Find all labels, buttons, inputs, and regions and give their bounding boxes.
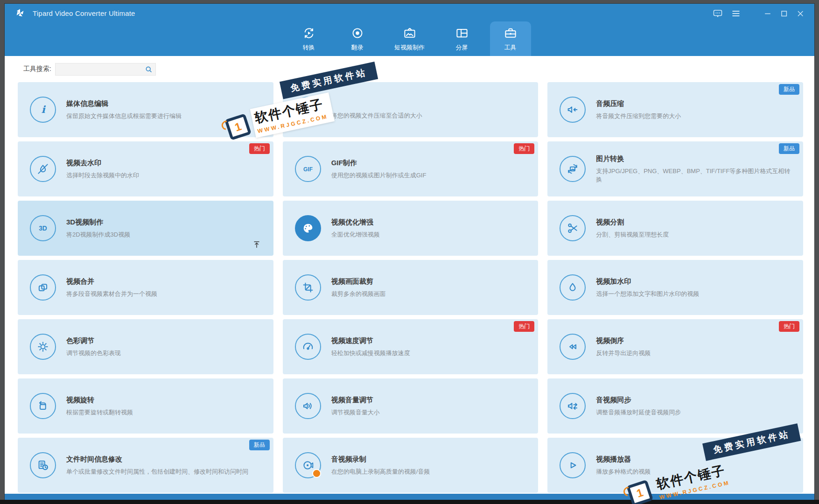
tool-card[interactable]: 色彩调节 调节视频的色彩表现 — [18, 319, 273, 374]
screen-frame-bottom — [0, 500, 819, 504]
card-description: 根据需要旋转或翻转视频 — [66, 408, 133, 417]
tool-card[interactable]: 视频画面裁剪 裁剪多余的视频画面 — [283, 260, 539, 315]
tool-card[interactable]: 音频压缩 将音频文件压缩到您需要的大小 新品 — [547, 82, 803, 137]
card-description: 使用您的视频或图片制作或生成GIF — [331, 171, 427, 180]
badge-new: 新品 — [779, 84, 799, 95]
card-description: 播放多种格式的视频 — [596, 468, 651, 476]
card-title: 视频优化增强 — [331, 218, 380, 227]
three-d-icon: 3D — [30, 215, 56, 241]
card-title: 视频播放器 — [596, 455, 651, 464]
video-rotate-icon — [30, 393, 56, 419]
app-logo-icon — [14, 7, 26, 19]
nav-tab-convert[interactable]: 转换 — [288, 21, 329, 56]
search-icon[interactable] — [144, 65, 153, 76]
card-title: GIF制作 — [331, 159, 427, 168]
card-title: 视频加水印 — [596, 277, 699, 286]
tool-card[interactable]: 视频优化增强 全面优化增强视频 — [283, 201, 539, 256]
card-title: 音视频同步 — [596, 396, 681, 405]
gif-icon: GIF — [295, 156, 321, 182]
card-title: 视频速度调节 — [331, 336, 410, 345]
tool-card[interactable]: 音视频同步 调整音频播放时延使音视频同步 — [547, 378, 803, 434]
audio-compress-icon — [560, 97, 586, 123]
tool-card[interactable]: 视频播放器 播放多种格式的视频 — [547, 438, 803, 493]
tools-grid: i 媒体信息编辑 保留原始文件媒体信息或根据需要进行编辑 将您的视频文件压缩至合… — [18, 82, 803, 493]
volume-adjust-icon — [295, 393, 321, 419]
card-title: 视频旋转 — [66, 396, 133, 405]
card-description: 轻松加快或减慢视频播放速度 — [331, 349, 410, 357]
feedback-icon[interactable] — [712, 8, 723, 19]
maximize-button[interactable] — [779, 9, 789, 18]
tool-card[interactable]: 视频音量调节 调节视频音量大小 — [283, 378, 539, 434]
card-description: 将音频文件压缩到您需要的大小 — [596, 112, 681, 120]
rip-icon — [350, 26, 364, 40]
menu-icon[interactable] — [730, 8, 742, 19]
record-notification-dot — [312, 469, 321, 478]
titlebar: Tipard Video Converter Ultimate — [5, 4, 814, 56]
media-info-icon: i — [30, 97, 56, 123]
tool-card[interactable]: 视频合并 将多段音视频素材合并为一个视频 — [18, 260, 273, 315]
card-title: 音频压缩 — [596, 99, 681, 108]
tab-label: 分屏 — [456, 43, 468, 52]
card-description: 调整音频播放时延使音视频同步 — [596, 408, 681, 417]
badge-new: 新品 — [249, 440, 270, 450]
video-merge-icon — [30, 274, 56, 301]
card-title: 视频音量调节 — [331, 396, 380, 405]
search-box — [55, 63, 156, 76]
card-description: 将2D视频制作成3D视频 — [66, 231, 130, 239]
card-title: 视频倒序 — [596, 336, 651, 345]
card-description: 全面优化增强视频 — [331, 231, 380, 239]
tool-card[interactable]: 视频速度调节 轻松加快或减慢视频播放速度 热门 — [283, 319, 539, 374]
av-sync-icon — [560, 393, 586, 419]
tool-card[interactable]: 3D 3D视频制作 将2D视频制作成3D视频 — [18, 201, 273, 256]
tool-card[interactable]: 图片转换 支持JPG/JPEG、PNG、WEBP、BMP、TIF/TIFF等多种… — [547, 141, 803, 196]
card-description: 将您的视频文件压缩至合适的大小 — [331, 112, 422, 120]
search-row: 工具搜索: — [5, 56, 814, 82]
split-screen-icon — [455, 26, 469, 40]
close-button[interactable] — [796, 9, 805, 18]
card-title: 3D视频制作 — [66, 218, 130, 227]
nav-tab-toolbox[interactable]: 工具 — [490, 21, 531, 56]
av-record-icon — [295, 452, 321, 478]
card-title: 图片转换 — [596, 154, 794, 163]
card-title: 文件时间信息修改 — [66, 455, 248, 464]
tab-label: 翻录 — [351, 43, 364, 52]
tool-card[interactable]: i 媒体信息编辑 保留原始文件媒体信息或根据需要进行编辑 — [18, 82, 273, 137]
card-description: 将多段音视频素材合并为一个视频 — [66, 290, 157, 298]
watermark-remove-icon — [30, 156, 56, 182]
video-crop-icon — [295, 274, 321, 301]
nav-tabs: 转换 翻录 短视频制作 分屏 工具 — [5, 21, 814, 56]
video-reverse-icon — [560, 334, 586, 360]
nav-tab-short-video[interactable]: 短视频制作 — [385, 21, 434, 56]
svg-text:i: i — [42, 104, 46, 115]
card-description: 调节视频音量大小 — [331, 408, 380, 417]
tool-card[interactable]: 视频旋转 根据需要旋转或翻转视频 — [18, 378, 273, 434]
card-description: 支持JPG/JPEG、PNG、WEBP、BMP、TIF/TIFF等多种图片格式互… — [596, 167, 794, 184]
file-time-icon — [30, 452, 56, 478]
card-title: 视频合并 — [66, 277, 157, 286]
video-split-icon — [560, 215, 586, 241]
tool-card[interactable]: 将您的视频文件压缩至合适的大小 — [283, 82, 539, 137]
tool-card[interactable]: 视频倒序 反转并导出逆向视频 热门 — [547, 319, 803, 374]
nav-tab-split-screen[interactable]: 分屏 — [441, 21, 483, 56]
tool-card[interactable]: GIF GIF制作 使用您的视频或图片制作或生成GIF 热门 — [283, 141, 539, 196]
svg-text:3D: 3D — [39, 225, 47, 232]
card-title: 视频分割 — [596, 218, 669, 227]
watermark-add-icon — [560, 274, 586, 301]
badge-hot: 热门 — [249, 143, 270, 154]
minimize-button[interactable] — [763, 9, 772, 18]
toolbox-icon — [504, 26, 518, 40]
tool-card[interactable]: 音视频录制 在您的电脑上录制高质量的视频/音频 — [283, 438, 539, 493]
app-window: Tipard Video Converter Ultimate — [5, 4, 814, 500]
search-input[interactable] — [56, 63, 155, 75]
svg-text:GIF: GIF — [303, 166, 313, 173]
tool-card[interactable]: 视频去水印 选择时段去除视频中的水印 热门 — [18, 141, 273, 196]
tool-card[interactable]: 文件时间信息修改 单个或批量修改文件时间属性，包括创建时间、修改时间和访问时间 … — [18, 438, 273, 493]
nav-tab-rip[interactable]: 翻录 — [337, 21, 378, 56]
card-description: 在您的电脑上录制高质量的视频/音频 — [331, 468, 430, 476]
image-convert-icon — [560, 156, 586, 182]
search-label: 工具搜索: — [23, 65, 51, 73]
pin-to-top-icon[interactable] — [252, 240, 261, 251]
convert-icon — [302, 26, 316, 40]
tool-card[interactable]: 视频分割 分割、剪辑视频至理想长度 — [547, 201, 803, 256]
tool-card[interactable]: 视频加水印 选择一个想添加文字和图片水印的视频 — [547, 260, 803, 315]
